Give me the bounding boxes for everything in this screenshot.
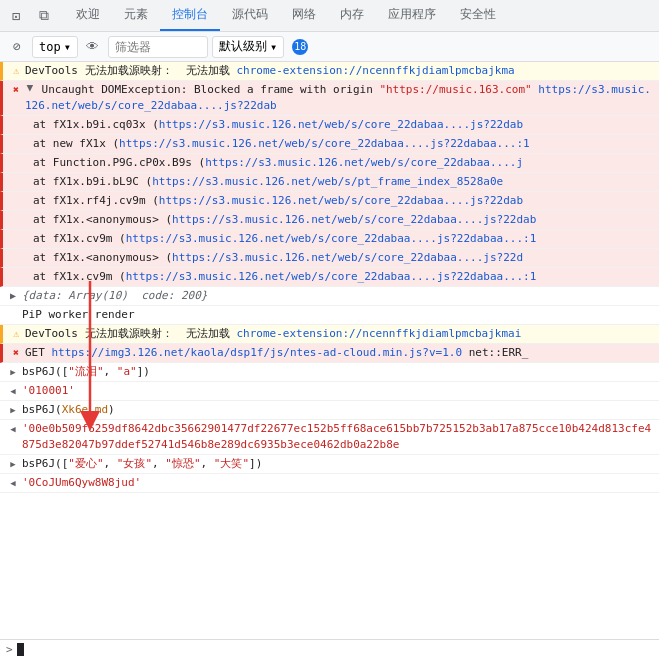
menu-bar: ⊡ ⧉ 欢迎 元素 控制台 源代码 网络 内存 应用程序 安全性 (0, 0, 659, 32)
bsp3-result-content: '0CoJUm6Qyw8W8jud' (22, 475, 653, 491)
tab-network[interactable]: 网络 (280, 0, 328, 31)
level-chevron-icon: ▾ (270, 40, 277, 54)
tab-sources[interactable]: 源代码 (220, 0, 280, 31)
stack-link-1[interactable]: https://s3.music.126.net/web/s/core_22da… (159, 118, 523, 131)
tab-application[interactable]: 应用程序 (376, 0, 448, 31)
stack-link-2[interactable]: https://s3.music.126.net/web/s/core_22da… (119, 137, 530, 150)
bsp2-expand-icon[interactable]: ▶ (6, 402, 20, 418)
bsp3-input-content: bsP6J(["爱心", "女孩", "惊恐", "大笑"]) (22, 456, 653, 472)
bsp3-result-arrow: ◀ (6, 475, 20, 491)
line-content-warning-2: DevTools 无法加载源映射： 无法加载 chrome-extension:… (25, 326, 653, 342)
data-content: {data: Array(10) code: 200} (22, 288, 653, 304)
stack-line-5: at fX1x.rf4j.cv9m (https://s3.music.126.… (0, 192, 659, 211)
filter-input[interactable] (108, 36, 208, 58)
get-error-link[interactable]: https://img3.126.net/kaola/dsp1f/js/ntes… (52, 346, 463, 359)
bsp3-arg4: "大笑" (214, 457, 249, 470)
console-cursor (17, 643, 24, 656)
stack-content-4: at fX1x.b9i.bL9C (https://s3.music.126.n… (33, 174, 653, 190)
stack-line-1: at fX1x.b9i.cq03x (https://s3.music.126.… (0, 116, 659, 135)
bsp1-input-content: bsP6J(["流泪", "a"]) (22, 364, 653, 380)
stack-content-6: at fX1x.<anonymous> (https://s3.music.12… (33, 212, 653, 228)
stack-line-6: at fX1x.<anonymous> (https://s3.music.12… (0, 211, 659, 230)
console-line-bsp1-input: ▶ bsP6J(["流泪", "a"]) (0, 363, 659, 382)
default-level-dropdown[interactable]: 默认级别 ▾ (212, 36, 284, 58)
dom-link[interactable]: https://s3.music.126.net/web/s/core_22da… (25, 83, 651, 112)
warning-icon-1: ⚠ (9, 63, 23, 79)
stack-line-9: at fX1x.cv9m (https://s3.music.126.net/w… (0, 268, 659, 287)
bsp3-arg2: "女孩" (117, 457, 152, 470)
console-line-data: ▶ {data: Array(10) code: 200} (0, 287, 659, 306)
default-level-label: 默认级别 (219, 38, 267, 55)
stack-content-7: at fX1x.cv9m (https://s3.music.126.net/w… (33, 231, 653, 247)
tab-security[interactable]: 安全性 (448, 0, 508, 31)
bsp3-expand-icon[interactable]: ▶ (6, 456, 20, 472)
bsp1-result-content: '010001' (22, 383, 653, 399)
stack-content-8: at fX1x.<anonymous> (https://s3.music.12… (33, 250, 653, 266)
bsp2-result-arrow: ◀ (6, 421, 20, 437)
stack-line-2: at new fX1x (https://s3.music.126.net/we… (0, 135, 659, 154)
stack-link-8[interactable]: https://s3.music.126.net/web/s/core_22da… (172, 251, 523, 264)
console-line-bsp3-result: ◀ '0CoJUm6Qyw8W8jud' (0, 474, 659, 493)
stack-link-6[interactable]: https://s3.music.126.net/web/s/core_22da… (172, 213, 536, 226)
top-dropdown[interactable]: top ▾ (32, 36, 78, 58)
top-chevron-icon: ▾ (64, 40, 71, 54)
source-map-link-2[interactable]: chrome-extension://ncennffkjdiamlpmcbajk… (236, 327, 521, 340)
stack-line-4: at fX1x.b9i.bL9C (https://s3.music.126.n… (0, 173, 659, 192)
console-line-error-dom: ✖ ▶ Uncaught DOMException: Blocked a fra… (0, 81, 659, 116)
stack-link-3[interactable]: https://s3.music.126.net/web/s/core_22da… (205, 156, 523, 169)
source-map-link-1[interactable]: chrome-extension://ncennffkjdiamlpmcbajk… (236, 64, 514, 77)
bsp1-arg1: "流泪" (68, 365, 103, 378)
stack-content-3: at Function.P9G.cP0x.B9s (https://s3.mus… (33, 155, 653, 171)
stack-link-4[interactable]: https://s3.music.126.net/web/s/pt_frame_… (152, 175, 503, 188)
tab-welcome[interactable]: 欢迎 (64, 0, 112, 31)
stack-content-2: at new fX1x (https://s3.music.126.net/we… (33, 136, 653, 152)
count-badge: 18 (292, 39, 308, 55)
pip-content: PiP worker render (22, 307, 653, 323)
console-line-bsp2-input: ▶ bsP6J(Xk6e.md) (0, 401, 659, 420)
console-line-pip: PiP worker render (0, 306, 659, 325)
stack-link-7[interactable]: https://s3.music.126.net/web/s/core_22da… (126, 232, 537, 245)
console-line-bsp2-result: ◀ '00e0b509f6259df8642dbc35662901477df22… (0, 420, 659, 455)
tab-memory[interactable]: 内存 (328, 0, 376, 31)
device-icon[interactable]: ⧉ (32, 4, 56, 28)
console-input-line[interactable]: > (0, 639, 659, 659)
bsp1-arg2: "a" (117, 365, 137, 378)
stack-line-3: at Function.P9G.cP0x.B9s (https://s3.mus… (0, 154, 659, 173)
stack-link-5[interactable]: https://s3.music.126.net/web/s/core_22da… (159, 194, 523, 207)
stack-link-9[interactable]: https://s3.music.126.net/web/s/core_22da… (126, 270, 537, 283)
line-content-1: DevTools 无法加载源映射： 无法加载 chrome-extension:… (25, 63, 653, 79)
console-prompt: > (6, 643, 13, 656)
console-line-warning-1: ⚠ DevTools 无法加载源映射： 无法加载 chrome-extensio… (0, 62, 659, 81)
stack-content-5: at fX1x.rf4j.cv9m (https://s3.music.126.… (33, 193, 653, 209)
bsp2-result-content: '00e0b509f6259df8642dbc35662901477df2267… (22, 421, 653, 453)
ban-icon[interactable]: ⊘ (6, 36, 28, 58)
bsp1-expand-icon[interactable]: ▶ (6, 364, 20, 380)
bsp1-result-arrow: ◀ (6, 383, 20, 399)
tab-elements[interactable]: 元素 (112, 0, 160, 31)
toolbar: ⊘ top ▾ 👁 默认级别 ▾ 18 (0, 32, 659, 62)
line-content-dom: ▶ Uncaught DOMException: Blocked a frame… (25, 82, 653, 114)
eye-icon[interactable]: 👁 (82, 36, 104, 58)
error-icon-dom: ✖ (9, 82, 23, 98)
cursor-icon[interactable]: ⊡ (4, 4, 28, 28)
get-error-icon: ✖ (9, 345, 23, 361)
console-line-get-error: ✖ GET https://img3.126.net/kaola/dsp1f/j… (0, 344, 659, 363)
menu-icons: ⊡ ⧉ (4, 4, 56, 28)
stack-line-7: at fX1x.cv9m (https://s3.music.126.net/w… (0, 230, 659, 249)
tab-console[interactable]: 控制台 (160, 0, 220, 31)
console-line-bsp3-input: ▶ bsP6J(["爱心", "女孩", "惊恐", "大笑"]) (0, 455, 659, 474)
console-area[interactable]: ⚠ DevTools 无法加载源映射： 无法加载 chrome-extensio… (0, 62, 659, 639)
count-dot: 18 (292, 39, 308, 55)
stack-content-9: at fX1x.cv9m (https://s3.music.126.net/w… (33, 269, 653, 285)
stack-line-8: at fX1x.<anonymous> (https://s3.music.12… (0, 249, 659, 268)
bsp2-input-content: bsP6J(Xk6e.md) (22, 402, 653, 418)
bsp3-arg1: "爱心" (68, 457, 103, 470)
stack-content-1: at fX1x.b9i.cq03x (https://s3.music.126.… (33, 117, 653, 133)
bsp3-arg3: "惊恐" (165, 457, 200, 470)
warning-icon-2: ⚠ (9, 326, 23, 342)
get-error-content: GET https://img3.126.net/kaola/dsp1f/js/… (25, 345, 653, 361)
console-line-bsp1-result: ◀ '010001' (0, 382, 659, 401)
expand-arrow-dom[interactable]: ▶ (22, 85, 38, 95)
origin-string: "https://music.163.com" (379, 83, 531, 96)
bsp2-arg: Xk6e.md (62, 403, 108, 416)
